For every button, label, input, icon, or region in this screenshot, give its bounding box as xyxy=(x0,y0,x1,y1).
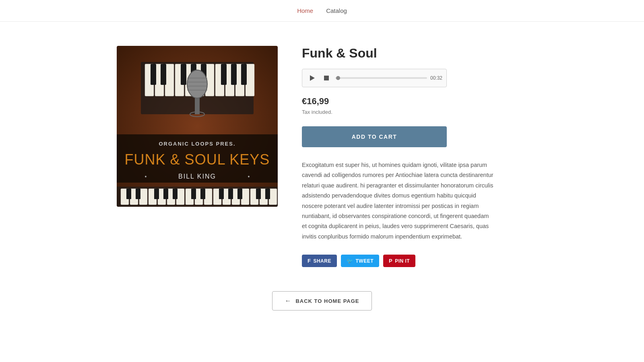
twitter-icon: 🐦 xyxy=(347,258,353,264)
svg-rect-63 xyxy=(265,189,270,199)
back-to-home-label: BACK TO HOME PAGE xyxy=(295,298,359,304)
svg-rect-61 xyxy=(237,189,242,199)
stop-icon xyxy=(323,74,330,82)
svg-rect-15 xyxy=(181,64,186,85)
audio-player: 00:32 xyxy=(302,69,447,87)
svg-point-21 xyxy=(187,70,207,98)
product-price: €16,99 xyxy=(302,96,527,107)
back-to-home-button[interactable]: ← BACK TO HOME PAGE xyxy=(272,291,372,311)
pinterest-share-button[interactable]: P PIN IT xyxy=(383,255,415,267)
svg-rect-62 xyxy=(256,189,261,199)
scrubber-knob xyxy=(336,76,340,80)
audio-time: 00:32 xyxy=(430,75,442,81)
product-title: Funk & Soul xyxy=(302,46,527,61)
main-nav: Home Catalog xyxy=(0,0,644,22)
product-description: Excogitatum est super his, ut homines qu… xyxy=(302,160,495,242)
product-container: ORGANIC LOOPS PRES. FUNK & SOUL KEYS • B… xyxy=(101,46,543,267)
svg-text:BILL KING: BILL KING xyxy=(178,173,216,180)
svg-rect-60 xyxy=(228,189,233,199)
product-info: Funk & Soul 00:32 €16,99 Tax included. A… xyxy=(302,46,527,267)
twitter-share-button[interactable]: 🐦 TWEET xyxy=(341,255,379,267)
facebook-share-label: SHARE xyxy=(313,258,331,264)
stop-button[interactable] xyxy=(321,72,332,84)
nav-catalog[interactable]: Catalog xyxy=(326,7,347,14)
nav-home[interactable]: Home xyxy=(297,7,313,14)
svg-rect-56 xyxy=(173,189,178,199)
svg-rect-53 xyxy=(136,189,140,199)
svg-rect-55 xyxy=(163,189,168,199)
play-button[interactable] xyxy=(306,72,318,84)
play-icon xyxy=(308,74,316,82)
svg-rect-20 xyxy=(241,64,247,85)
svg-rect-18 xyxy=(221,64,227,85)
audio-scrubber[interactable] xyxy=(335,77,427,79)
back-arrow-icon: ← xyxy=(285,297,291,304)
svg-text:FUNK & SOUL KEYS: FUNK & SOUL KEYS xyxy=(125,151,270,168)
pinterest-icon: P xyxy=(389,258,392,264)
svg-text:ORGANIC LOOPS PRES.: ORGANIC LOOPS PRES. xyxy=(159,141,235,147)
svg-marker-64 xyxy=(310,75,315,81)
svg-rect-54 xyxy=(154,189,159,199)
svg-rect-13 xyxy=(151,64,156,85)
facebook-icon: f xyxy=(308,258,311,264)
svg-rect-58 xyxy=(200,189,205,199)
twitter-share-label: TWEET xyxy=(355,258,374,264)
back-section: ← BACK TO HOME PAGE xyxy=(0,291,644,311)
social-share: f SHARE 🐦 TWEET P PIN IT xyxy=(302,255,527,267)
product-image: ORGANIC LOOPS PRES. FUNK & SOUL KEYS • B… xyxy=(117,46,278,207)
svg-rect-65 xyxy=(324,76,329,80)
svg-text:•: • xyxy=(145,173,147,180)
add-to-cart-button[interactable]: ADD TO CART xyxy=(302,126,447,147)
svg-rect-52 xyxy=(126,189,131,199)
product-image-wrap: ORGANIC LOOPS PRES. FUNK & SOUL KEYS • B… xyxy=(117,46,278,207)
svg-rect-4 xyxy=(165,64,174,96)
svg-text:•: • xyxy=(248,173,250,180)
facebook-share-button[interactable]: f SHARE xyxy=(302,255,337,267)
pinterest-share-label: PIN IT xyxy=(395,258,410,264)
svg-rect-19 xyxy=(231,64,237,85)
svg-rect-14 xyxy=(161,64,166,85)
svg-rect-57 xyxy=(191,189,196,199)
svg-rect-59 xyxy=(219,189,224,199)
svg-rect-12 xyxy=(246,64,254,96)
tax-info: Tax included. xyxy=(302,109,527,115)
